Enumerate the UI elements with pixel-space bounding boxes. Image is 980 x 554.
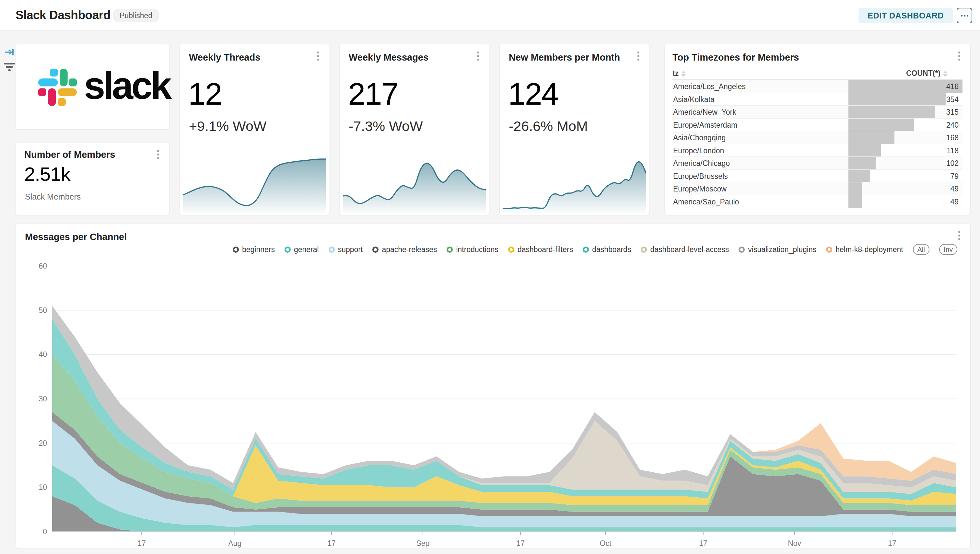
count-bar-cell: 102 (848, 157, 962, 169)
timezone-name: Europe/Moscow (673, 185, 727, 193)
timezone-name: America/Chicago (673, 159, 730, 168)
table-row: 315 America/New_York (672, 106, 962, 119)
kebab-menu-icon[interactable] (472, 49, 484, 62)
big-number-subheader: -26.6% MoM (509, 118, 588, 134)
table-header-row: tz COUNT(*) (672, 68, 962, 80)
count-value: 354 (946, 95, 959, 104)
slack-logo-card: slack (16, 44, 169, 130)
legend-inv-button[interactable]: Inv (939, 244, 957, 255)
legend-item[interactable]: dashboard-level-access (641, 245, 729, 254)
timezone-name: Europe/Amsterdam (673, 121, 737, 130)
favorite-star-icon[interactable]: ☆ (98, 10, 107, 22)
svg-text:17: 17 (516, 539, 525, 548)
trendline-chart (183, 155, 326, 213)
sort-icon (943, 71, 948, 77)
table-row: 49 Europe/Moscow (672, 182, 962, 195)
count-bar-cell: 354 (848, 93, 962, 106)
table-row: 79 Europe/Brussels (672, 170, 962, 183)
legend-series-label: helm-k8-deployment (835, 245, 903, 254)
svg-text:20: 20 (38, 439, 47, 447)
page-title: Slack Dashboard (16, 8, 110, 22)
edit-dashboard-button[interactable]: EDIT DASHBOARD (859, 8, 953, 23)
messages-per-channel-card: Messages per Channel beginners general s… (16, 224, 970, 548)
legend-item[interactable]: general (285, 245, 319, 254)
table-row: 354 Asia/Kolkata (672, 93, 962, 106)
legend-item[interactable]: introductions (446, 245, 498, 254)
count-value: 49 (950, 185, 959, 193)
count-bar (848, 119, 914, 131)
legend-series-dot-icon (641, 247, 647, 253)
column-header-tz[interactable]: tz (672, 69, 686, 78)
kebab-menu-icon[interactable] (312, 49, 324, 62)
count-bar-cell: 240 (848, 119, 962, 131)
timezone-name: America/New_York (673, 108, 736, 117)
legend-series-label: visualization_plugins (748, 245, 816, 254)
card-title: Messages per Channel (25, 232, 127, 242)
timezone-name: Europe/Brussels (673, 172, 728, 181)
big-number-subheader: Slack Members (25, 192, 81, 202)
legend-series-label: dashboards (592, 245, 631, 254)
svg-text:30: 30 (38, 395, 47, 403)
count-value: 49 (950, 197, 959, 206)
legend-series-dot-icon (826, 247, 832, 253)
kebab-menu-icon[interactable] (953, 229, 965, 242)
timezone-name: Asia/Chongqing (673, 134, 726, 142)
trendline-chart (343, 155, 486, 213)
count-bar-cell: 49 (848, 195, 962, 208)
count-bar (848, 157, 876, 169)
table-row: 168 Asia/Chongqing (672, 131, 962, 144)
table-row: 118 Europe/London (672, 144, 962, 157)
legend-series-dot-icon (446, 247, 453, 253)
published-badge[interactable]: Published (113, 9, 159, 22)
kebab-menu-icon[interactable] (152, 148, 164, 161)
timezone-name: America/Los_Angeles (673, 82, 746, 91)
svg-text:Aug: Aug (228, 539, 241, 548)
count-bar (848, 182, 862, 195)
slack-logo-mark (37, 67, 77, 107)
slack-wordmark: slack (84, 64, 170, 111)
legend-series-dot-icon (285, 247, 291, 253)
top-timezones-card: Top Timezones for Members tz COUNT(*) 41… (664, 44, 970, 215)
legend-item[interactable]: visualization_plugins (739, 245, 816, 254)
header: Slack Dashboard ☆ Published EDIT DASHBOA… (0, 0, 980, 31)
legend-series-dot-icon (739, 247, 745, 253)
count-bar-cell: 79 (848, 170, 962, 182)
stacked-area-chart: 010203040506017Aug17Sep17Oct17Nov17 (20, 263, 956, 554)
legend-item[interactable]: beginners (233, 245, 275, 254)
count-value: 416 (946, 82, 959, 91)
legend-series-label: support (338, 245, 363, 254)
number-of-members-card: Number of Members 2.51k Slack Members (16, 143, 169, 215)
kebab-menu-icon[interactable] (953, 49, 965, 62)
svg-text:17: 17 (327, 539, 336, 548)
count-bar (848, 93, 946, 106)
legend-item[interactable]: apache-releases (372, 245, 437, 254)
count-bar (848, 131, 894, 144)
legend-series-label: introductions (456, 245, 498, 254)
svg-text:40: 40 (38, 350, 47, 359)
filter-funnel-icon[interactable] (3, 62, 16, 73)
svg-text:0: 0 (43, 527, 47, 536)
count-bar (848, 170, 870, 182)
column-header-count[interactable]: COUNT(*) (906, 69, 948, 78)
count-value: 240 (946, 121, 959, 130)
new-members-per-month-card: New Members per Month 124 -26.6% MoM (499, 44, 650, 215)
kebab-menu-icon[interactable] (633, 49, 644, 62)
legend-item[interactable]: helm-k8-deployment (826, 245, 903, 254)
legend-item[interactable]: support (328, 245, 363, 254)
legend-all-button[interactable]: All (913, 244, 929, 255)
legend-item[interactable]: dashboards (583, 245, 631, 254)
expand-filter-bar-icon[interactable] (4, 47, 15, 59)
more-options-button[interactable] (957, 8, 972, 23)
legend-series-dot-icon (328, 247, 335, 253)
timezone-table-body: 416 America/Los_Angeles 354 Asia/Kolkata… (672, 80, 962, 208)
timezone-name: Europe/London (673, 146, 724, 155)
legend-series-dot-icon (508, 247, 514, 253)
count-bar (848, 80, 962, 93)
weekly-threads-card: Weekly Threads 12 +9.1% WoW (180, 44, 329, 215)
legend-series-dot-icon (372, 247, 379, 253)
legend-item[interactable]: dashboard-filters (508, 245, 573, 254)
svg-text:50: 50 (38, 306, 47, 315)
count-value: 118 (947, 146, 959, 155)
card-title: Number of Members (24, 150, 115, 160)
svg-text:17: 17 (137, 539, 146, 548)
